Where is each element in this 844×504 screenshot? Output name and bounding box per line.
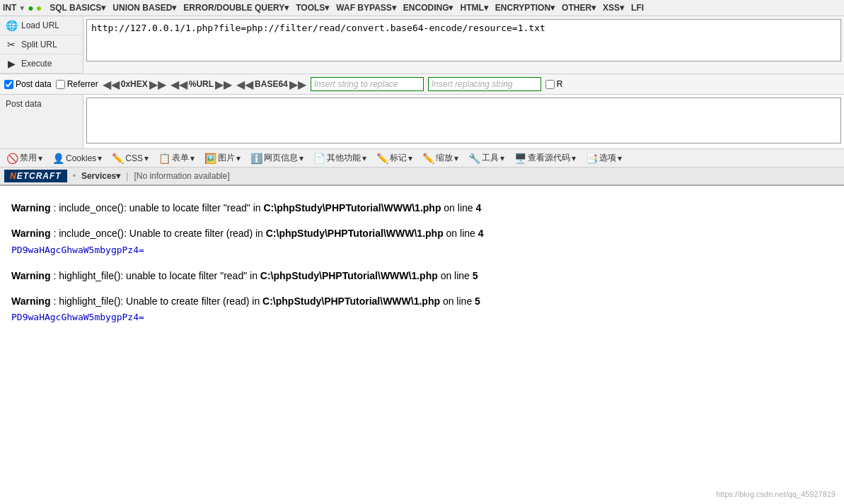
ctool-page-info[interactable]: ℹ️ 网页信息 ▾ bbox=[248, 151, 306, 165]
pcturl-label: %URL bbox=[189, 79, 214, 89]
replace-label: R bbox=[557, 79, 563, 89]
warning-1-text: : include_once(): unable to locate filte… bbox=[53, 202, 263, 213]
warning-2-encoded: PD9waHAgcGhwaW5mbygpPz4= bbox=[11, 243, 833, 258]
menu-error-double[interactable]: ERROR/DOUBLE QUERY▾ bbox=[180, 1, 292, 14]
left-sidebar: 🌐 Load URL ✂ Split URL ▶ Execute bbox=[0, 16, 83, 74]
ctool-css-label: CSS bbox=[125, 153, 143, 163]
main-content: Warning : include_once(): unable to loca… bbox=[0, 186, 844, 433]
execute-button[interactable]: ▶ Execute bbox=[0, 54, 83, 74]
markers-icon: ✏️ bbox=[376, 153, 388, 164]
load-icon: 🌐 bbox=[6, 20, 17, 31]
ctool-disable[interactable]: 🚫 禁用 ▾ bbox=[4, 151, 45, 165]
insert-replacing-string-input[interactable] bbox=[428, 77, 541, 91]
menu-encoding[interactable]: ENCODING▾ bbox=[400, 1, 457, 14]
ctool-page-info-label: 网页信息 bbox=[264, 152, 298, 164]
menu-xss[interactable]: XSS▾ bbox=[599, 1, 628, 14]
netcraft-separator: • bbox=[73, 171, 76, 181]
warning-4-label: Warning bbox=[11, 295, 50, 307]
load-url-button[interactable]: 🌐 Load URL bbox=[0, 16, 83, 35]
warning-3-line-num: 5 bbox=[473, 270, 478, 281]
base64-label: BASE64 bbox=[255, 79, 288, 89]
netcraft-info: [No information available] bbox=[134, 171, 229, 181]
warning-4-line-text: on line bbox=[443, 295, 475, 307]
ctool-images[interactable]: 🖼️ 图片 ▾ bbox=[202, 151, 243, 165]
page-info-icon: ℹ️ bbox=[250, 153, 262, 164]
images-icon: 🖼️ bbox=[204, 153, 216, 164]
zoom-icon: ✏️ bbox=[422, 153, 434, 164]
pcturl-encode-button[interactable]: ◀◀ %URL ▶▶ bbox=[170, 78, 232, 91]
netcraft-sep2: | bbox=[126, 171, 128, 181]
ctool-other-functions-label: 其他功能 bbox=[327, 152, 361, 164]
top-menubar: INT ▼ ● ● SQL BASICS▾ UNION BASED▾ ERROR… bbox=[0, 0, 844, 16]
referrer-checkbox[interactable] bbox=[56, 80, 65, 89]
ctool-markers[interactable]: ✏️ 标记 ▾ bbox=[374, 151, 415, 165]
post-data-checkbox[interactable] bbox=[4, 80, 13, 89]
ctool-forms-label: 表单 bbox=[172, 152, 189, 164]
ctool-page-info-arrow: ▾ bbox=[299, 153, 304, 163]
ctool-other-functions[interactable]: 📄 其他功能 ▾ bbox=[311, 151, 369, 165]
replace-checkbox-label[interactable]: R bbox=[545, 79, 563, 89]
chinese-toolbar: 🚫 禁用 ▾ 👤 Cookies ▾ ✏️ CSS ▾ 📋 表单 ▾ 🖼️ 图片… bbox=[0, 149, 844, 168]
options-icon: 📑 bbox=[586, 153, 598, 164]
warning-1: Warning : include_once(): unable to loca… bbox=[11, 200, 833, 216]
cookies-icon: 👤 bbox=[52, 153, 64, 164]
referrer-checkbox-label[interactable]: Referrer bbox=[56, 79, 98, 89]
ctool-forms-arrow: ▾ bbox=[190, 153, 195, 163]
ctool-options[interactable]: 📑 选项 ▾ bbox=[584, 151, 624, 165]
warning-4-line-num: 5 bbox=[475, 295, 480, 307]
url-section: 🌐 Load URL ✂ Split URL ▶ Execute http://… bbox=[0, 16, 844, 74]
menu-lfi[interactable]: LFI bbox=[628, 1, 647, 14]
pcturl-arrow-left-icon: ◀◀ bbox=[170, 78, 187, 91]
post-data-checkbox-label[interactable]: Post data bbox=[4, 79, 52, 89]
postdata-label: Post data bbox=[0, 95, 83, 148]
0xhex-encode-button[interactable]: ◀◀ 0xHEX ▶▶ bbox=[103, 78, 166, 91]
postdata-section: Post data bbox=[0, 95, 844, 149]
ctool-cookies-label: Cookies bbox=[66, 153, 96, 163]
0xhex-arrow-left-icon: ◀◀ bbox=[103, 78, 120, 91]
pcturl-arrow-right-icon: ▶▶ bbox=[215, 78, 232, 91]
dot-lime-icon: ● bbox=[36, 2, 42, 13]
ctool-cookies[interactable]: 👤 Cookies ▾ bbox=[50, 152, 104, 165]
menu-waf-bypass[interactable]: WAF BYPASS▾ bbox=[333, 1, 399, 14]
menu-other[interactable]: OTHER▾ bbox=[558, 1, 599, 14]
split-icon: ✂ bbox=[6, 39, 17, 50]
replace-checkbox[interactable] bbox=[545, 80, 555, 89]
base64-arrow-right-icon: ▶▶ bbox=[289, 78, 306, 91]
warning-2-path: C:\phpStudy\PHPTutorial\WWW\1.php bbox=[266, 228, 444, 239]
menu-sql-basics[interactable]: SQL BASICS▾ bbox=[46, 1, 109, 14]
warning-2-line-num: 4 bbox=[478, 228, 484, 239]
menu-html[interactable]: HTML▾ bbox=[456, 1, 491, 14]
ctool-images-arrow: ▾ bbox=[236, 153, 241, 163]
ctool-markers-arrow: ▾ bbox=[408, 153, 412, 163]
ctool-forms[interactable]: 📋 表单 ▾ bbox=[156, 151, 197, 165]
ctool-options-arrow: ▾ bbox=[618, 153, 622, 163]
warning-4-encoded: PD9waHAgcGhwaW5mbygpPz4= bbox=[11, 310, 833, 325]
ctool-other-functions-arrow: ▾ bbox=[362, 153, 366, 163]
0xhex-label: 0xHEX bbox=[121, 79, 148, 89]
other-functions-icon: 📄 bbox=[313, 153, 325, 164]
warning-3-path: C:\phpStudy\PHPTutorial\WWW\1.php bbox=[260, 270, 438, 281]
insert-string-to-replace-input[interactable] bbox=[311, 77, 424, 91]
base64-encode-button[interactable]: ◀◀ BASE64 ▶▶ bbox=[236, 78, 306, 91]
warning-3-text: : highlight_file(): unable to locate fil… bbox=[53, 270, 260, 281]
ctool-zoom[interactable]: ✏️ 缩放 ▾ bbox=[420, 151, 461, 165]
ctool-tools[interactable]: 🔧 工具 ▾ bbox=[466, 151, 507, 165]
menu-encryption[interactable]: ENCRYPTION▾ bbox=[492, 1, 558, 14]
url-input-area: http://127.0.0.1/1.php?file=php://filter… bbox=[83, 16, 844, 74]
menu-tools[interactable]: TOOLS▾ bbox=[292, 1, 333, 14]
ctool-zoom-label: 缩放 bbox=[436, 152, 453, 164]
ctool-disable-arrow: ▾ bbox=[38, 153, 42, 163]
split-url-button[interactable]: ✂ Split URL bbox=[0, 35, 83, 54]
split-url-label: Split URL bbox=[21, 40, 57, 49]
ctool-css-arrow: ▾ bbox=[144, 153, 149, 163]
netcraft-services-button[interactable]: Services▾ bbox=[81, 171, 120, 181]
int-dropdown-arrow[interactable]: ▼ bbox=[18, 4, 25, 12]
warning-1-path: C:\phpStudy\PHPTutorial\WWW\1.php bbox=[264, 202, 441, 213]
ctool-css[interactable]: ✏️ CSS ▾ bbox=[110, 152, 151, 165]
ctool-view-source[interactable]: 🖥️ 查看源代码 ▾ bbox=[512, 151, 578, 165]
postdata-textarea[interactable] bbox=[86, 98, 841, 143]
url-input[interactable]: http://127.0.0.1/1.php?file=php://filter… bbox=[86, 19, 841, 61]
menu-union-based[interactable]: UNION BASED▾ bbox=[109, 1, 180, 14]
warning-3-line-text: on line bbox=[441, 270, 473, 281]
ctool-images-label: 图片 bbox=[218, 152, 235, 164]
